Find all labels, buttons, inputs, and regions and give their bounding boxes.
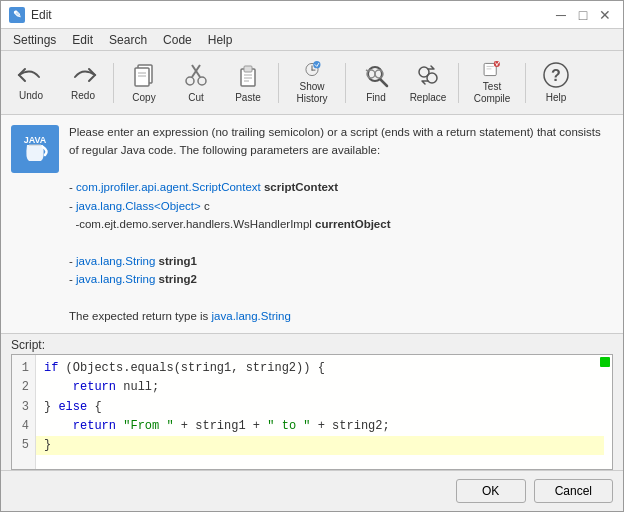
script-label: Script: (11, 338, 613, 352)
title-bar: ✎ Edit ─ □ ✕ (1, 1, 623, 29)
svg-line-22 (366, 70, 368, 71)
separator-1 (113, 63, 114, 103)
param-string2: string2 (159, 273, 197, 285)
test-compile-icon (477, 61, 507, 78)
copy-icon (130, 61, 158, 89)
help-label: Help (546, 92, 567, 104)
replace-button[interactable]: Replace (404, 56, 452, 110)
line-num-5: 5 (18, 436, 29, 455)
menu-bar: Settings Edit Search Code Help (1, 29, 623, 51)
menu-search[interactable]: Search (101, 31, 155, 49)
menu-edit[interactable]: Edit (64, 31, 101, 49)
replace-label: Replace (410, 92, 447, 104)
find-icon (362, 61, 390, 89)
menu-settings[interactable]: Settings (5, 31, 64, 49)
title-bar-left: ✎ Edit (9, 7, 52, 23)
info-panel: JAVA Please enter an expression (no trai… (1, 115, 623, 334)
return-type-link[interactable]: java.lang.String (212, 310, 291, 322)
menu-help[interactable]: Help (200, 31, 241, 49)
copy-button[interactable]: Copy (120, 56, 168, 110)
code-editor[interactable]: 1 2 3 4 5 if (Objects.equals(string1, st… (11, 354, 613, 470)
separator-4 (458, 63, 459, 103)
show-history-button[interactable]: ShowHistory (285, 56, 339, 110)
show-history-icon (295, 61, 329, 78)
code-content[interactable]: if (Objects.equals(string1, string2)) { … (36, 355, 612, 459)
info-description: Please enter an expression (no trailing … (69, 123, 613, 325)
find-button[interactable]: Find (352, 56, 400, 110)
edit-dialog: ✎ Edit ─ □ ✕ Settings Edit Search Code H… (0, 0, 624, 512)
code-area: 1 2 3 4 5 if (Objects.equals(string1, st… (12, 355, 612, 469)
show-history-label: ShowHistory (296, 81, 327, 105)
copy-label: Copy (132, 92, 155, 104)
maximize-button[interactable]: □ (573, 5, 593, 25)
cancel-button[interactable]: Cancel (534, 479, 613, 503)
redo-label: Redo (71, 90, 95, 102)
return-type-text: The expected return type is (69, 310, 208, 322)
param-script-context: scriptContext (264, 181, 338, 193)
link-string2[interactable]: java.lang.String (76, 273, 155, 285)
help-button[interactable]: ? Help (532, 56, 580, 110)
replace-icon (414, 61, 442, 89)
line-num-4: 4 (18, 417, 29, 436)
svg-text:JAVA: JAVA (24, 135, 47, 145)
param-string1: string1 (159, 255, 197, 267)
param-current-object: currentObject (315, 218, 390, 230)
window-icon: ✎ (9, 7, 25, 23)
link-string1[interactable]: java.lang.String (76, 255, 155, 267)
ok-button[interactable]: OK (456, 479, 526, 503)
line-num-3: 3 (18, 398, 29, 417)
cut-icon (182, 61, 210, 89)
title-controls: ─ □ ✕ (551, 5, 615, 25)
dialog-footer: OK Cancel (1, 470, 623, 511)
svg-rect-9 (244, 66, 252, 72)
separator-3 (345, 63, 346, 103)
test-compile-label: TestCompile (474, 81, 511, 105)
cut-label: Cut (188, 92, 204, 104)
minimize-button[interactable]: ─ (551, 5, 571, 25)
test-compile-button[interactable]: TestCompile (465, 56, 519, 110)
close-button[interactable]: ✕ (595, 5, 615, 25)
svg-rect-1 (135, 68, 149, 86)
svg-point-6 (186, 77, 194, 85)
info-desc-text: Please enter an expression (no trailing … (69, 126, 601, 156)
separator-2 (278, 63, 279, 103)
redo-button[interactable]: Redo (59, 56, 107, 110)
code-lines: if (Objects.equals(string1, string2)) { … (36, 355, 612, 469)
separator-5 (525, 63, 526, 103)
svg-text:?: ? (551, 67, 561, 84)
undo-button[interactable]: Undo (7, 56, 55, 110)
menu-code[interactable]: Code (155, 31, 200, 49)
svg-line-18 (380, 79, 387, 86)
line-num-1: 1 (18, 359, 29, 378)
window-title: Edit (31, 8, 52, 22)
toolbar: Undo Redo Copy (1, 51, 623, 115)
undo-label: Undo (19, 90, 43, 102)
paste-label: Paste (235, 92, 261, 104)
line-num-2: 2 (18, 378, 29, 397)
java-logo: JAVA (11, 125, 59, 173)
cut-button[interactable]: Cut (172, 56, 220, 110)
line-numbers: 1 2 3 4 5 (12, 355, 36, 469)
paste-icon (234, 61, 262, 89)
find-label: Find (366, 92, 385, 104)
paste-button[interactable]: Paste (224, 56, 272, 110)
undo-icon (17, 63, 45, 87)
help-icon: ? (542, 61, 570, 89)
svg-point-14 (313, 61, 320, 68)
svg-point-7 (198, 77, 206, 85)
link-script-context[interactable]: com.jprofiler.api.agent.ScriptContext (76, 181, 261, 193)
script-section: Script: 1 2 3 4 5 if (Objects.equals(str… (1, 334, 623, 470)
link-class-object[interactable]: java.lang.Class<Object> (76, 200, 201, 212)
redo-icon (69, 63, 97, 87)
